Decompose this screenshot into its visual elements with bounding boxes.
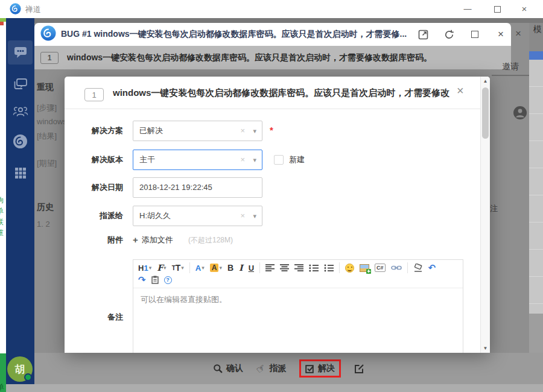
underline-button[interactable]: U <box>249 264 254 273</box>
bold-button[interactable]: B <box>227 263 233 273</box>
zentao-logo-icon <box>40 25 56 43</box>
bg-text-fragment: windows <box>37 117 65 126</box>
new-build-label: 新建 <box>289 150 305 170</box>
scrollbar-thumb[interactable] <box>482 87 489 139</box>
bg-text-fragment: 历史 <box>37 202 65 213</box>
scroll-up-arrow[interactable]: ▲ <box>481 78 490 84</box>
remove-format-button[interactable] <box>413 264 423 272</box>
user-avatar-icon <box>513 106 527 122</box>
maximize-icon <box>494 6 501 13</box>
edit-button[interactable] <box>354 364 364 374</box>
attachment-row: 附件 + 添加文件 (不超过128M) <box>65 233 480 247</box>
unordered-list-icon <box>324 264 334 272</box>
zentao-swirl-icon <box>13 134 28 149</box>
assign-button[interactable]: ☞ 指派 <box>256 362 286 375</box>
clipboard-icon <box>151 276 159 284</box>
redo-button[interactable]: ↷ <box>138 274 146 285</box>
open-external-button[interactable] <box>418 29 428 40</box>
resolve-highlight-box: 解决 <box>299 359 341 378</box>
bg-text-fragment: [结果] <box>37 131 65 142</box>
paste-button[interactable] <box>151 276 159 284</box>
code-button[interactable]: C# <box>375 264 386 272</box>
bg-text-fragment: 重现 <box>37 82 65 93</box>
undo-button[interactable]: ↶ <box>428 262 436 273</box>
chevron-down-icon: ▾ <box>181 265 184 271</box>
help-button[interactable]: ? <box>164 276 172 284</box>
check-box-icon <box>305 364 314 373</box>
online-status-dot <box>24 373 32 381</box>
toolbar-separator <box>259 262 260 273</box>
bg-right-column: 模 <box>529 23 543 51</box>
link-icon <box>391 264 402 271</box>
resolution-select[interactable]: 已解决 × ▾ <box>133 121 262 141</box>
close-popup-button[interactable]: × <box>495 29 506 40</box>
sidebar-item-groups[interactable] <box>8 72 33 96</box>
edge-text-fragment: 夠 <box>0 195 6 206</box>
minimize-button[interactable]: — <box>457 0 478 18</box>
dialog-scrollbar[interactable]: ▲ ▼ <box>480 77 490 353</box>
heading-button[interactable]: H1▾ <box>138 264 151 273</box>
build-select[interactable]: 主干 × ▾ <box>133 150 262 170</box>
sidebar-item-contacts[interactable] <box>8 100 33 124</box>
clear-icon[interactable]: × <box>240 150 245 169</box>
editor-toolbar-row2: ↷ ? <box>133 274 463 286</box>
refresh-button[interactable] <box>443 29 454 40</box>
bug-title-row: 1 windows一键安装包每次启动都修改数据库密码。应该只是首次启动时，才需要… <box>34 46 511 69</box>
toolbar-separator <box>339 262 340 273</box>
chevron-down-icon: ▾ <box>202 265 205 271</box>
resolve-button[interactable]: 解决 <box>305 363 335 374</box>
editor-placeholder[interactable]: 可以在编辑器直接贴图。 <box>133 288 463 311</box>
insert-image-button[interactable] <box>360 264 369 272</box>
font-size-button[interactable]: TT▾ <box>172 263 184 273</box>
close-dialog-button[interactable]: × <box>457 84 464 98</box>
font-glyph: F <box>157 263 163 273</box>
insert-link-button[interactable] <box>391 264 402 271</box>
sidebar-item-zentao[interactable] <box>8 129 33 153</box>
resolution-label: 解决方案 <box>65 121 123 141</box>
ordered-list-icon <box>309 264 319 272</box>
align-left-button[interactable] <box>265 264 275 271</box>
font-family-button[interactable]: F▾ <box>157 263 166 273</box>
highlight-color-button[interactable]: A▾ <box>210 264 222 272</box>
assignee-select[interactable]: H:胡久久 × ▾ <box>133 206 262 226</box>
sidebar-item-chat[interactable] <box>8 40 33 65</box>
scroll-down-arrow[interactable]: ▼ <box>481 346 490 351</box>
chat-bubble-icon <box>13 46 28 59</box>
code-icon: C# <box>375 264 386 272</box>
dialog-title: windows一键安装包每次启动都修改数据库密码。应该只是首次启动时，才需要修改… <box>113 87 449 99</box>
maximize-button[interactable] <box>487 0 507 18</box>
add-file-button[interactable]: + 添加文件 <box>133 233 173 247</box>
align-center-button[interactable] <box>280 264 289 271</box>
align-right-button[interactable] <box>294 264 303 271</box>
ordered-list-button[interactable] <box>309 264 319 272</box>
build-value: 主干 <box>139 155 155 164</box>
clear-icon[interactable]: × <box>240 206 245 226</box>
bg-text-fragment: [步骤] <box>37 103 65 113</box>
new-build-checkbox[interactable] <box>274 155 284 165</box>
edge-text-fragment: 单 <box>0 206 6 217</box>
comment-editor[interactable]: H1▾ F▾ TT▾ A▾ A▾ B I U <box>133 259 463 353</box>
bg-text-fragment: 注 <box>490 203 498 214</box>
bg-blue-band <box>529 51 543 60</box>
italic-button[interactable]: I <box>239 263 243 273</box>
font-color-glyph: A <box>195 264 201 273</box>
sidebar-item-apps[interactable] <box>8 161 33 185</box>
bug-id-badge: 1 <box>84 88 104 101</box>
close-window-button[interactable]: × <box>514 0 535 18</box>
maximize-popup-button[interactable] <box>469 29 480 40</box>
clear-icon[interactable]: × <box>240 121 245 141</box>
unordered-list-button[interactable] <box>324 264 334 272</box>
confirm-button[interactable]: 确认 <box>213 363 243 374</box>
assignee-value: H:胡久久 <box>139 211 171 220</box>
emoji-button[interactable] <box>345 264 354 273</box>
background-window-sliver: t 夠 单 联 重 单 <box>0 0 6 392</box>
comment-label: 备注 <box>65 312 123 323</box>
font-color-button[interactable]: A▾ <box>195 264 205 273</box>
resolved-date-input[interactable]: 2018-12-21 19:22:45 <box>133 177 262 198</box>
edit-pencil-icon <box>354 364 364 374</box>
zentao-logo-icon <box>10 3 21 17</box>
plus-icon: + <box>133 233 138 247</box>
eraser-icon <box>413 264 423 272</box>
edge-color-strip <box>0 22 4 25</box>
invite-underline <box>492 75 529 76</box>
